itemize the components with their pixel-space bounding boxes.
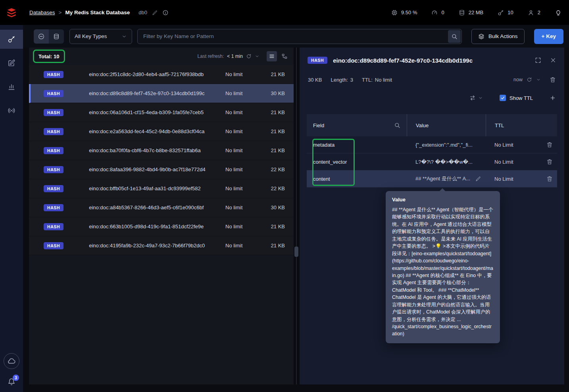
breadcrumb: Databases > My Redis Stack Database xyxy=(29,10,130,15)
panel-splitter-handle[interactable] xyxy=(294,247,298,257)
breadcrumb-databases-link[interactable]: Databases xyxy=(29,10,55,15)
stat-memory-value: 22 MB xyxy=(469,10,484,15)
database-icon xyxy=(459,10,465,16)
key-row[interactable]: HASH eino:doc:06a106d1-cf15-4eda-b309-1f… xyxy=(29,103,294,122)
field-row[interactable]: content_vector L?�?\? ��>��w�... No Limi… xyxy=(307,153,557,170)
layers-icon xyxy=(478,33,484,40)
bulk-actions-button[interactable]: Bulk Actions xyxy=(471,29,525,44)
key-name: eino:doc:06a106d1-cf15-4eda-b309-1fa05fe… xyxy=(89,109,225,115)
formatter-select[interactable] xyxy=(469,95,483,101)
auto-refresh-chevron-icon[interactable] xyxy=(255,54,260,59)
key-details-meta-right: now xyxy=(513,76,556,83)
field-row-selected[interactable]: content ## **Agent 是什么** A... No Limit xyxy=(307,170,557,187)
notifications-button[interactable]: 3 xyxy=(8,378,15,386)
key-name: eino:doc:8afaa396-9882-4bd4-9b0b-ac7f18e… xyxy=(89,166,225,172)
key-row[interactable]: HASH eino:doc:663b1005-d98d-419c-9fa1-85… xyxy=(29,217,294,236)
fullscreen-icon[interactable] xyxy=(535,57,541,63)
coins-icon xyxy=(53,33,60,40)
gauge-icon xyxy=(431,10,438,16)
close-icon[interactable] xyxy=(550,57,556,63)
key-icon xyxy=(8,35,15,43)
field-row[interactable]: metadata {"_extension":".md","_fi... No … xyxy=(307,136,557,153)
key-size: 21 KB xyxy=(263,224,294,229)
ttl-header-label: TTL xyxy=(495,122,504,128)
stat-commands-value: 0 xyxy=(441,10,444,15)
field-ttl: No Limit xyxy=(486,176,542,182)
breadcrumb-separator: > xyxy=(59,10,62,15)
top-header: Databases > My Redis Stack Database db0 … xyxy=(0,0,569,25)
search-input[interactable] xyxy=(137,29,462,44)
key-ttl: No limit xyxy=(225,90,263,96)
delete-field-button[interactable] xyxy=(546,176,553,182)
last-refresh-label: Last refresh: xyxy=(198,54,224,59)
sidebar-item-workbench[interactable] xyxy=(0,54,23,73)
tree-view-button[interactable] xyxy=(279,51,290,61)
key-details-panel: HASH eino:doc:d89c8d89-fef7-452e-97c0-13… xyxy=(300,48,564,384)
edit-value-pencil-icon[interactable] xyxy=(475,176,481,182)
search-icon[interactable] xyxy=(448,30,461,43)
insights-lightbulb-icon[interactable] xyxy=(555,9,562,16)
key-details-title: eino:doc:d89c8d89-fef7-452e-97c0-134cdb0… xyxy=(333,57,473,64)
add-key-button[interactable]: + Key xyxy=(534,29,563,44)
key-list-panel: Total: 10 Last refresh: < 1 min HASH ein… xyxy=(29,48,294,384)
field-name: content xyxy=(307,176,407,182)
db-overview-stats: 9.50 % 0 22 MB 10 2 xyxy=(391,10,540,16)
value-tooltip: Value ## **Agent 是什么** Agent（智能代理）是一个能够感… xyxy=(386,191,500,343)
key-ttl: No limit xyxy=(225,128,263,134)
sidebar-item-analytics[interactable] xyxy=(0,77,23,96)
value-tooltip-body: ## **Agent 是什么** Agent（智能代理）是一个能够感知环境并采取… xyxy=(392,206,494,338)
key-name: eino:doc:e2a563dd-fec4-45c2-94db-0e88d3c… xyxy=(89,128,225,134)
refresh-key-button[interactable] xyxy=(527,77,532,82)
delete-field-button[interactable] xyxy=(546,142,553,148)
edit-icon xyxy=(8,59,15,67)
show-ttl-toggle[interactable]: Show TTL xyxy=(500,95,533,101)
app-sidebar: 3 xyxy=(0,25,23,392)
fields-table-header: Field Value TTL xyxy=(307,114,557,136)
key-type-badge: HASH xyxy=(44,128,63,135)
edit-db-alias-icon[interactable] xyxy=(152,10,158,15)
key-details-header-icons xyxy=(535,57,556,63)
add-field-button[interactable] xyxy=(550,95,556,101)
field-search-icon[interactable] xyxy=(394,122,400,128)
key-ttl: No limit xyxy=(225,147,263,153)
show-ttl-checkbox[interactable] xyxy=(500,95,506,101)
list-view-button[interactable] xyxy=(267,51,277,61)
key-row[interactable]: HASH eino:doc:ba70f0fa-cbf6-4b7c-b8be-83… xyxy=(29,141,294,160)
refresh-keys-button[interactable] xyxy=(246,54,252,59)
sidebar-item-pubsub[interactable] xyxy=(0,101,23,120)
stat-cpu-value: 9.50 % xyxy=(401,10,417,15)
delete-field-button[interactable] xyxy=(546,159,553,165)
key-row[interactable]: HASH eino:doc:a84b5367-8266-46d3-aef5-c6… xyxy=(29,198,294,217)
key-size: 21 KB xyxy=(263,147,294,153)
field-name: content_vector xyxy=(307,159,407,165)
db-index-label: db0 xyxy=(138,10,147,15)
filter-off-button[interactable] xyxy=(34,29,49,44)
key-row-selected[interactable]: HASH eino:doc:d89c8d89-fef7-452e-97c0-13… xyxy=(29,84,294,103)
cloud-button[interactable] xyxy=(4,353,19,369)
view-toggle-group xyxy=(267,51,290,61)
key-row[interactable]: HASH eino:doc:bffb05cf-1e13-49af-aa31-dc… xyxy=(29,179,294,198)
key-search xyxy=(137,29,462,44)
key-row[interactable]: HASH eino:doc:e2a563dd-fec4-45c2-94db-0e… xyxy=(29,122,294,141)
key-list-header: Total: 10 Last refresh: < 1 min xyxy=(29,48,294,65)
user-icon xyxy=(528,10,534,16)
delete-key-button[interactable] xyxy=(550,76,556,83)
breadcrumb-current-database: My Redis Stack Database xyxy=(65,10,130,15)
annotation-box-total: Total: 10 xyxy=(33,50,65,63)
key-row[interactable]: HASH eino:doc:2f51c8dc-2d80-4eb4-aaf5-72… xyxy=(29,65,294,84)
key-row[interactable]: HASH eino:doc:4195fa9b-232c-49a7-93c2-7b… xyxy=(29,236,294,255)
value-column-header: Value xyxy=(407,114,486,136)
redis-logo[interactable] xyxy=(0,8,23,18)
key-ttl: No limit xyxy=(225,71,263,77)
total-keys-label: Total: 10 xyxy=(38,54,60,59)
key-ttl: No limit xyxy=(225,109,263,115)
key-row[interactable]: HASH eino:doc:8afaa396-9882-4bd4-9b0b-ac… xyxy=(29,160,294,179)
db-info-icon[interactable] xyxy=(162,10,169,16)
panel-splitter[interactable] xyxy=(296,48,297,384)
key-type-select[interactable]: All Key Types xyxy=(69,29,132,44)
auto-refresh-chevron-icon[interactable] xyxy=(536,77,541,82)
group-by-type-button[interactable] xyxy=(49,29,64,44)
key-name: eino:doc:bffb05cf-1e13-49af-aa31-dc93999… xyxy=(89,185,225,191)
sidebar-item-browser[interactable] xyxy=(0,30,23,49)
field-name: metadata xyxy=(307,142,407,148)
